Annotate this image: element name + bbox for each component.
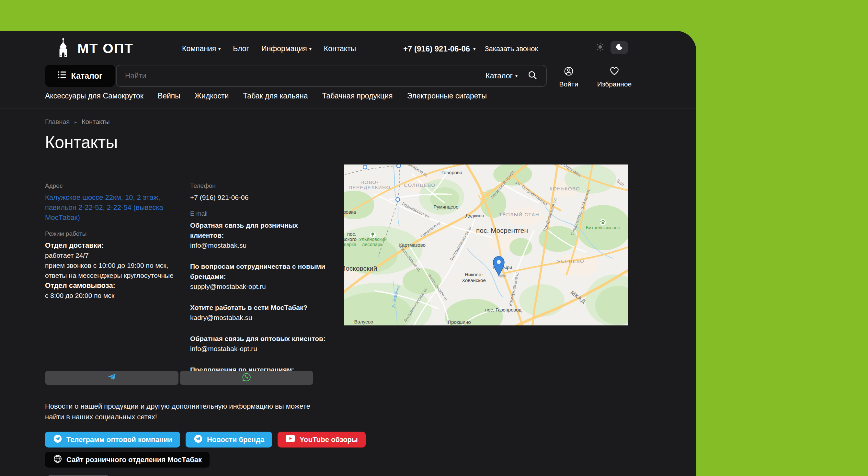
- map-label: лесопарк: [362, 242, 382, 247]
- list-icon: [58, 70, 67, 81]
- paw-icon: [599, 219, 606, 225]
- nav-contacts[interactable]: Контакты: [324, 44, 356, 53]
- whatsapp-icon: [242, 372, 251, 383]
- sun-icon[interactable]: [595, 42, 605, 54]
- category-item[interactable]: Электронные сигареты: [407, 92, 487, 100]
- delivery-line: прием звонков с 10:00 до 19:00 по мск, о…: [45, 260, 187, 280]
- main-panel: МТ ОПТ Компания▾ Блог Информация▾ Контак…: [0, 31, 696, 476]
- map-label: Битцевский лес: [586, 225, 620, 230]
- map-label: Хованское: [462, 278, 486, 283]
- map-label: опарка: [344, 242, 356, 247]
- category-item[interactable]: Табачная продукция: [322, 92, 393, 100]
- whatsapp-button[interactable]: [180, 371, 313, 385]
- email-address[interactable]: info@mostabak.su: [190, 240, 326, 250]
- social-buttons-row2: Сайт розничного отделения МосТабак: [45, 452, 210, 468]
- chevron-down-icon[interactable]: ▾: [473, 46, 475, 51]
- chevron-down-icon: ▾: [309, 46, 312, 51]
- map-label: Говорово: [441, 170, 462, 175]
- dark-mode-button[interactable]: [611, 41, 628, 54]
- request-call-link[interactable]: Заказать звонок: [485, 45, 538, 53]
- theme-toggle: [595, 41, 628, 54]
- chevron-down-icon: ▾: [218, 46, 221, 51]
- telegram-brand-news-button[interactable]: Новости бренда: [186, 432, 272, 447]
- delivery-title: Отдел доставки:: [45, 240, 187, 250]
- email-title: Обратная связь для розничных клиентов:: [190, 220, 326, 240]
- search-input[interactable]: Найти: [125, 71, 486, 80]
- map-label: ЯСЕНЕВО: [557, 258, 584, 264]
- map-label: ТЁПЛЫЙ СТАН: [499, 212, 539, 217]
- moon-icon: [615, 43, 623, 52]
- telegram-button[interactable]: [45, 371, 179, 385]
- favorites-label: Избранное: [597, 80, 631, 88]
- breadcrumb-current: Контакты: [82, 118, 110, 126]
- email-block: Обратная связь для оптовых клиентов: inf…: [190, 334, 326, 354]
- address-label: Адрес: [45, 182, 187, 189]
- contact-phone[interactable]: +7 (916) 921-06-06: [190, 192, 326, 202]
- telegram-circle-icon: [193, 434, 203, 446]
- logo[interactable]: МТ ОПТ: [55, 37, 133, 60]
- email-block: Обратная связь для розничных клиентов: i…: [190, 220, 326, 250]
- schedule-label: Режим работы: [45, 230, 187, 237]
- pickup-line: с 8:00 до 20:00 по мск: [45, 290, 187, 300]
- email-address[interactable]: info@mostabak-opt.ru: [190, 344, 326, 354]
- search-scope-select[interactable]: Каталог▾: [486, 71, 518, 80]
- login-label: Войти: [559, 80, 579, 88]
- email-title: Обратная связь для оптовых клиентов:: [190, 334, 326, 344]
- map-label: Николо-: [465, 272, 483, 277]
- search-icon[interactable]: [527, 70, 538, 82]
- login-button[interactable]: Войти: [551, 66, 587, 88]
- category-item[interactable]: Жидкости: [195, 92, 229, 100]
- nav-company[interactable]: Компания▾: [182, 44, 221, 53]
- address-link[interactable]: Калужское шоссе 22км, 10, 2 этаж, павиль…: [45, 192, 187, 222]
- delivery-line: работает 24/7: [45, 250, 187, 260]
- category-item[interactable]: Вейпы: [158, 92, 180, 100]
- email-title: Хотите работать в сети МосТабак?: [190, 303, 326, 313]
- user-icon: [563, 66, 574, 78]
- breadcrumb-home[interactable]: Главная: [45, 118, 70, 126]
- globe-icon: [53, 454, 63, 466]
- map-label: Валуево: [354, 319, 373, 324]
- pickup-title: Отдел самовывоза:: [45, 280, 187, 290]
- map-label: пос.: [347, 231, 356, 237]
- email-block: По вопросам сотрудничества с новыми брен…: [190, 261, 326, 291]
- main-nav: Компания▾ Блог Информация▾ Контакты: [182, 44, 356, 53]
- retail-site-button[interactable]: Сайт розничного отделения МосТабак: [45, 452, 210, 468]
- favorites-button[interactable]: Избранное: [597, 66, 632, 88]
- chevron-down-icon: ▾: [515, 73, 518, 78]
- map-label: СОЛНЦЕВО: [404, 182, 436, 188]
- map[interactable]: ГоворовоРумянцевоДудкиноКартмазовоМамыри…: [344, 164, 628, 325]
- nav-information[interactable]: Информация▾: [261, 44, 312, 53]
- kremlin-tower-icon: [55, 37, 71, 60]
- contact-info-left: Адрес Калужское шоссе 22км, 10, 2 этаж, …: [45, 182, 187, 300]
- email-block: Хотите работать в сети МосТабак? kadry@m…: [190, 303, 326, 322]
- telegram-wholesale-button[interactable]: Телеграмм оптовой компании: [45, 432, 180, 447]
- breadcrumb-separator-icon: ▸: [74, 120, 77, 125]
- social-buttons-row1: Телеграмм оптовой компании Новости бренд…: [45, 432, 366, 447]
- category-nav: Аксессуары для Самокруток Вейпы Жидкости…: [45, 92, 487, 100]
- category-item[interactable]: Аксессуары для Самокруток: [45, 92, 144, 100]
- header-phone[interactable]: +7 (916) 921-06-06: [403, 44, 470, 54]
- nav-blog[interactable]: Блог: [233, 44, 249, 53]
- heart-icon: [609, 66, 620, 78]
- breadcrumb: Главная ▸ Контакты: [45, 118, 110, 126]
- map-label: Прокшино: [447, 319, 471, 325]
- email-address[interactable]: kadry@mostabak.su: [190, 313, 326, 322]
- button-label: Телеграмм оптовой компании: [66, 436, 172, 444]
- contact-info-right: Телефон +7 (916) 921-06-06 E-mail Обратн…: [190, 182, 326, 396]
- search-bar[interactable]: Найти Каталог▾: [116, 65, 547, 87]
- telegram-circle-icon: [53, 434, 63, 446]
- email-title: По вопросам сотрудничества с новыми брен…: [190, 261, 326, 281]
- logo-text: МТ ОПТ: [78, 41, 133, 56]
- telegram-icon: [107, 372, 117, 383]
- youtube-button[interactable]: YouTube обзоры: [278, 432, 366, 447]
- map-label: зовка: [344, 209, 356, 215]
- map-label: КОНЬКОВО: [550, 186, 580, 191]
- button-label: Новости бренда: [207, 436, 264, 444]
- map-label: пос. Газопровод: [485, 307, 522, 313]
- social-note: Новости о нашей продукции и другую допол…: [45, 401, 330, 422]
- catalog-button[interactable]: Каталог: [45, 65, 115, 87]
- category-item[interactable]: Табак для кальяна: [243, 92, 308, 100]
- email-address[interactable]: supply@mostabak-opt.ru: [190, 281, 326, 291]
- map-label: пос. Мосрентген: [476, 227, 528, 234]
- phone-label: Телефон: [190, 182, 326, 189]
